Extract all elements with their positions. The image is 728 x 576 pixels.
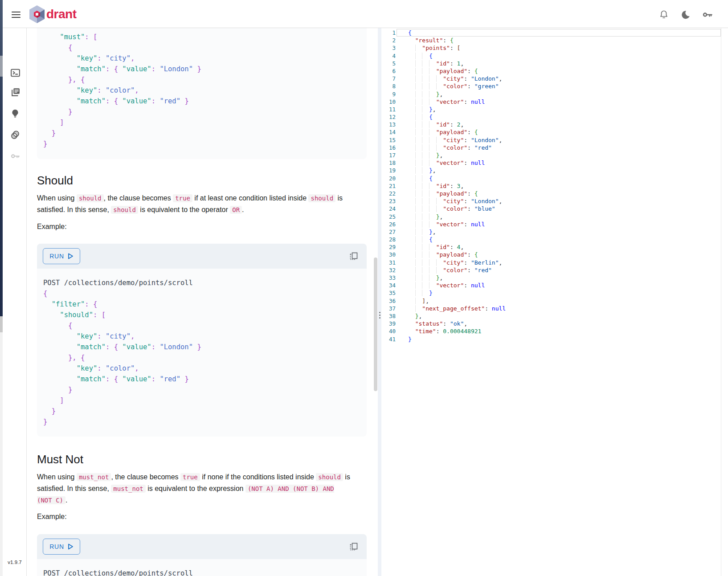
line-number: 3 — [381, 44, 396, 52]
code-line: { — [397, 113, 721, 121]
line-number: 10 — [381, 98, 396, 106]
line-number: 4 — [381, 52, 396, 60]
code-line: "vector": null — [397, 282, 721, 289]
code-line: }, — [397, 90, 721, 98]
result-json-code: { "result": { "points": [ { "id": 1, "pa… — [397, 29, 721, 343]
line-number: 28 — [381, 236, 396, 243]
copy-icon[interactable] — [349, 251, 360, 261]
line-number: 21 — [381, 182, 396, 190]
section-heading-should: Should — [37, 174, 73, 187]
code-line: "city": "Berlin", — [397, 259, 721, 266]
qdrant-logo-text: drant — [46, 7, 77, 21]
line-number: 27 — [381, 228, 396, 236]
code-line: }, — [397, 151, 721, 159]
run-button[interactable]: RUN — [43, 248, 80, 264]
line-number: 38 — [381, 312, 396, 320]
code-line: "id": 3, — [397, 182, 721, 190]
line-number: 29 — [381, 243, 396, 251]
code-line: { — [397, 29, 721, 37]
example-label: Example: — [37, 223, 67, 231]
code-text: POST /collections/demo/points/scroll — [37, 559, 367, 576]
code-line: "vector": null — [397, 221, 721, 228]
line-number: 24 — [381, 205, 396, 212]
key-icon[interactable] — [10, 151, 21, 163]
panel-resizer[interactable] — [378, 28, 381, 576]
moon-icon[interactable] — [680, 9, 691, 20]
line-number: 19 — [381, 167, 396, 174]
inline-code: should — [111, 206, 138, 214]
code-text: POST /collections/demo/points/scroll { "… — [37, 269, 367, 436]
line-number: 13 — [381, 121, 396, 128]
line-number: 11 — [381, 106, 396, 113]
app-header: drant — [3, 0, 728, 28]
line-number: 22 — [381, 190, 396, 197]
line-number: 16 — [381, 144, 396, 151]
code-line: }, — [397, 106, 721, 113]
line-number: 39 — [381, 320, 396, 327]
code-line: "result": { — [397, 37, 721, 44]
line-number: 30 — [381, 251, 396, 258]
line-number: 8 — [381, 82, 396, 90]
line-number: 1 — [381, 29, 396, 37]
code-line: } — [397, 289, 721, 297]
code-line: }, — [397, 167, 721, 174]
code-line: "next_page_offset": null — [397, 305, 721, 312]
inline-code: must_not — [77, 473, 111, 481]
line-number: 12 — [381, 113, 396, 121]
code-line: "id": 4, — [397, 243, 721, 251]
copy-icon[interactable] — [349, 541, 360, 552]
terminal-icon[interactable] — [10, 67, 21, 79]
code-line: { — [397, 236, 721, 243]
line-number: 9 — [381, 90, 396, 98]
code-text: "must": [ { "key": "city", "match": { "v… — [37, 28, 367, 153]
code-line: "status": "ok", — [397, 320, 721, 327]
paragraph-must-not: When using must_not, the clause becomes … — [37, 471, 352, 506]
code-line: }, — [397, 274, 721, 282]
result-editor[interactable]: 1234567891011121314151617181920212223242… — [381, 28, 728, 576]
inline-code: true — [180, 473, 200, 481]
rings-icon[interactable] — [10, 129, 21, 141]
code-line: { — [397, 52, 721, 60]
inline-code: should — [316, 473, 343, 481]
line-number: 37 — [381, 305, 396, 312]
code-block-should: RUN POST /collections/demo/points/scroll… — [37, 244, 367, 437]
line-number: 36 — [381, 297, 396, 305]
key-icon[interactable] — [702, 9, 712, 20]
code-line: "vector": null — [397, 159, 721, 167]
code-line: }, — [397, 312, 721, 320]
line-number-gutter: 1234567891011121314151617181920212223242… — [381, 29, 396, 343]
line-number: 25 — [381, 213, 396, 221]
line-number: 32 — [381, 266, 396, 274]
example-label: Example: — [37, 513, 67, 521]
sidebar: v1.9.7 — [3, 28, 27, 576]
code-line: "time": 0.000448921 — [397, 327, 721, 335]
line-number: 14 — [381, 128, 396, 136]
code-line: "color": "green" — [397, 82, 721, 90]
code-line: }, — [397, 213, 721, 221]
inline-code: must_not — [111, 485, 145, 493]
line-number: 17 — [381, 151, 396, 159]
line-number: 35 — [381, 289, 396, 297]
hamburger-menu-button[interactable] — [12, 11, 23, 18]
line-number: 15 — [381, 136, 396, 144]
line-number: 7 — [381, 75, 396, 82]
code-line: } — [397, 335, 721, 343]
library-icon[interactable] — [10, 86, 21, 98]
run-button[interactable]: RUN — [43, 539, 80, 555]
code-line: "color": "red" — [397, 144, 721, 151]
scrollbar-thumb[interactable] — [374, 257, 377, 391]
line-number: 26 — [381, 221, 396, 228]
lightbulb-icon[interactable] — [10, 108, 21, 120]
line-number: 2 — [381, 37, 396, 44]
code-block-toolbar: RUN — [37, 534, 367, 559]
code-line: "payload": { — [397, 190, 721, 197]
line-number: 31 — [381, 259, 396, 266]
code-line: { — [397, 175, 721, 182]
code-line: "payload": { — [397, 251, 721, 258]
code-line: "id": 1, — [397, 60, 721, 67]
line-number: 33 — [381, 274, 396, 282]
line-number: 5 — [381, 60, 396, 67]
bell-icon[interactable] — [658, 9, 669, 20]
line-number: 23 — [381, 197, 396, 205]
tutorial-scroll-area[interactable]: "must": [ { "key": "city", "match": { "v… — [27, 28, 378, 576]
